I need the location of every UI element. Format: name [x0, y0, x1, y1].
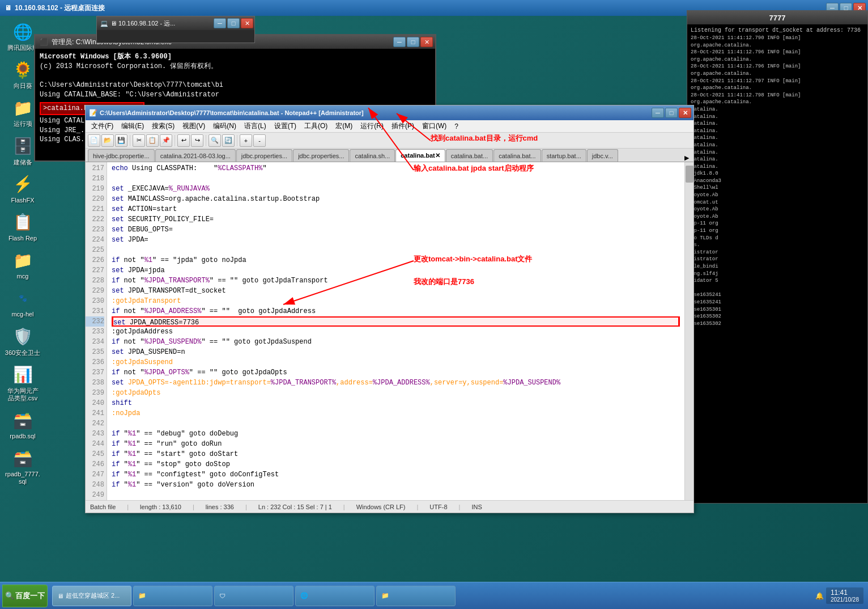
cmd-close-button[interactable]: ✕: [420, 37, 433, 47]
tab-catalina-sh[interactable]: catalina.sh...: [350, 149, 395, 162]
run-icon-label: 运行项: [14, 120, 32, 128]
code-line-247: if "%1" == "configtest" goto doConfigTes…: [112, 470, 680, 480]
notepad-maximize-button[interactable]: □: [665, 108, 678, 118]
server-line: catalina.: [691, 128, 864, 135]
menu-run[interactable]: 运行(R): [357, 120, 387, 132]
taskbar-item-security[interactable]: 🛡: [214, 586, 293, 606]
code-line-237: if not "%JPDA_OPTS%" == "" goto gotJpdaO…: [112, 367, 680, 378]
cmd-maximize-button[interactable]: □: [407, 37, 419, 47]
sunflower-icon-label: 向日葵: [14, 82, 32, 90]
taskbar-item-folder[interactable]: 📁: [376, 586, 456, 606]
menu-language[interactable]: 语言(L): [241, 120, 270, 132]
desktop-icon-mcg[interactable]: 📁 mcg: [2, 247, 43, 282]
status-mode: INS: [471, 504, 482, 510]
tab-jdbc-prop1[interactable]: jdbc.properties...: [236, 149, 292, 162]
mcghel-icon-label: mcg-hel: [11, 311, 33, 318]
tb-new[interactable]: 📄: [88, 134, 100, 147]
status-lines: lines : 336: [206, 504, 234, 510]
taskbar-item-explorer[interactable]: 📁: [133, 586, 212, 606]
menu-search[interactable]: 搜索(S): [148, 120, 178, 132]
server-line: :jdk1.8.0: [691, 170, 864, 177]
menu-plugins[interactable]: 插件(P): [388, 120, 418, 132]
notepad-close-button[interactable]: ✕: [679, 108, 691, 118]
tab-jdbc-prop2[interactable]: jdbc.properties...: [293, 149, 349, 162]
code-line-239: :gotJpdaOpts: [112, 388, 680, 398]
code-line-227: set JPDA=jpda: [112, 265, 680, 276]
sunflower-icon: 🌻: [11, 58, 34, 81]
code-line-234: if not "%JPDA_SUSPEND%" == "" goto gotJp…: [112, 337, 680, 347]
tab-catalina-log[interactable]: catalina.2021-08-03.log...: [155, 149, 236, 162]
mcg-icon-label: mcg: [17, 273, 29, 280]
tab-startup-bat[interactable]: startup.bat...: [542, 149, 586, 162]
mcg-icon: 📁: [11, 249, 34, 272]
tb-save[interactable]: 💾: [115, 134, 127, 147]
menu-view[interactable]: 视图(V): [179, 120, 209, 132]
small-close-button[interactable]: ✕: [241, 18, 253, 28]
status-filetype: Batch file: [90, 504, 116, 510]
taskbar-item-desktop-icon: 🖥: [57, 593, 63, 599]
tab-scroll-right[interactable]: ▶: [682, 154, 691, 162]
tb-zoom-out[interactable]: -: [253, 134, 266, 147]
tb-find[interactable]: 🔍: [209, 134, 221, 147]
small-min-button[interactable]: ─: [214, 18, 226, 28]
start-icon: 🔍: [5, 591, 14, 600]
desktop-icon-flashrep[interactable]: 📋 Flash Rep: [2, 209, 43, 244]
code-line-223: set DEBUG_OPTS=: [112, 225, 680, 235]
taskbar-notification-icon: 🔔: [815, 592, 824, 600]
desktop-icon-huawei[interactable]: 📊 华为网元产品类型.csv: [2, 361, 43, 404]
server-title: 7777: [769, 14, 786, 22]
menu-window[interactable]: 窗口(W): [419, 120, 450, 132]
desktop-icon-rpadb7777[interactable]: 🗃️ rpadb_7777.sql: [2, 445, 43, 488]
tb-redo[interactable]: ↪: [191, 134, 203, 147]
tb-sep3: [206, 135, 206, 146]
menu-tools[interactable]: 工具(O): [301, 120, 331, 132]
menu-file[interactable]: 文件(F): [88, 120, 117, 132]
server-line: 28-Oct-2021 11:41:12.796 INFO [main] org…: [691, 49, 864, 63]
server-titlebar: 7777: [687, 11, 867, 24]
tb-paste[interactable]: 📌: [160, 134, 172, 147]
tab-jdbc-v[interactable]: jdbc.v...: [587, 149, 618, 162]
rpadb-icon: 🗃️: [11, 409, 34, 432]
taskbar-item-desktop[interactable]: 🖥 超低空穿越城区 2...: [52, 586, 131, 606]
code-line-249: [112, 490, 680, 500]
tab-catalina-bat2[interactable]: catalina.bat...: [446, 149, 493, 162]
menu-settings[interactable]: 设置(T): [271, 120, 300, 132]
menu-edit[interactable]: 编辑(E): [118, 120, 147, 132]
storage-icon: 🗄️: [11, 135, 34, 158]
menu-help[interactable]: ?: [451, 121, 462, 132]
server-line: catalina.: [691, 149, 864, 157]
mcghel-icon: 🐾: [11, 287, 34, 310]
tab-catalina-bat3[interactable]: catalina.bat...: [493, 149, 541, 162]
desktop-icon-360[interactable]: 🛡️ 360安全卫士: [2, 323, 43, 359]
start-button[interactable]: 🔍 百度一下: [2, 585, 48, 607]
code-line-236: :gotJpdaSuspend: [112, 357, 680, 367]
code-line-240: shift: [112, 398, 680, 408]
code-line-230: :gotJpdaTransport: [112, 296, 680, 306]
tb-replace[interactable]: 🔄: [222, 134, 235, 147]
desktop-icon-flashfx[interactable]: ⚡ FlashFX: [2, 171, 43, 206]
taskbar-item-browser[interactable]: 🌐: [295, 586, 375, 606]
desktop-icon-mcghel[interactable]: 🐾 mcg-hel: [2, 285, 43, 320]
desktop: 🖥 10.160.98.102 - 远程桌面连接 ─ □ ✕ 🌐 腾讯国际版 🌻…: [0, 0, 868, 609]
tb-copy[interactable]: 📋: [146, 134, 159, 147]
tab-hive-jdbc[interactable]: hive-jdbc.propertie...: [88, 149, 155, 162]
notepad-code[interactable]: echo Using CLASSPATH: "%CLASSPATH%" set …: [107, 162, 684, 500]
tab-catalina-bat[interactable]: catalina.bat✕: [395, 149, 445, 162]
notepad-scrollbar[interactable]: [684, 162, 693, 500]
notepad-menubar: 文件(F) 编辑(E) 搜索(S) 视图(V) 编码(N) 语言(L) 设置(T…: [86, 120, 693, 133]
menu-macro[interactable]: 宏(M): [332, 120, 356, 132]
tb-cut[interactable]: ✂: [133, 134, 145, 147]
tb-zoom-in[interactable]: +: [240, 134, 252, 147]
small-max-button[interactable]: □: [227, 18, 240, 28]
desktop-icon-rpadb[interactable]: 🗃️ rpadb.sql: [2, 407, 43, 442]
notepad-minimize-button[interactable]: ─: [652, 108, 664, 118]
taskbar-item-security-icon: 🛡: [219, 593, 225, 599]
cmd-minimize-button[interactable]: ─: [393, 37, 406, 47]
server-line: catalina.: [691, 142, 864, 149]
outer-window-icon: 🖥: [5, 4, 11, 12]
server-line: nse1635241: [691, 291, 864, 299]
server-window: 7777 Listening for transport dt_socket a…: [687, 10, 868, 504]
tb-undo[interactable]: ↩: [177, 134, 190, 147]
tb-open[interactable]: 📂: [101, 134, 114, 147]
menu-encode[interactable]: 编码(N): [210, 120, 240, 132]
